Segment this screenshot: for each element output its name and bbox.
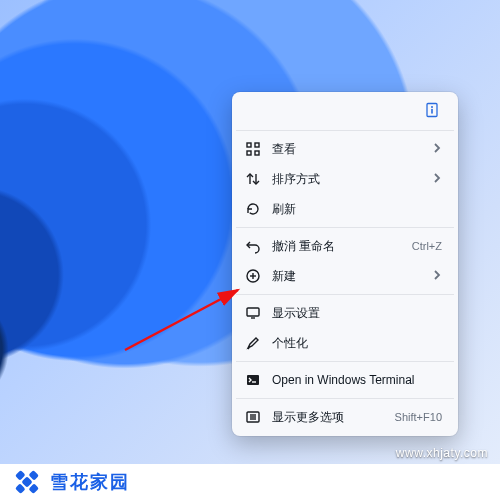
watermark-brand: 雪花家园	[50, 470, 130, 494]
chevron-right-icon	[432, 269, 442, 283]
menu-item-label: Open in Windows Terminal	[272, 373, 442, 387]
menu-item-label: 撤消 重命名	[272, 238, 402, 255]
watermark-bar: 雪花家园	[0, 464, 500, 500]
grid-icon	[244, 141, 262, 157]
svg-rect-5	[247, 151, 251, 155]
context-menu-toprow	[236, 96, 454, 127]
menu-item-personalize[interactable]: 个性化	[236, 328, 454, 358]
menu-item-show-more[interactable]: 显示更多选项 Shift+F10	[236, 402, 454, 432]
svg-rect-14	[247, 375, 259, 385]
menu-item-label: 排序方式	[272, 171, 422, 188]
desktop-wallpaper[interactable]: 查看 排序方式 刷新 撤消 重命名 Ctrl+Z 新建 显示设置	[0, 0, 500, 500]
desktop-context-menu: 查看 排序方式 刷新 撤消 重命名 Ctrl+Z 新建 显示设置	[232, 92, 458, 436]
terminal-icon	[244, 372, 262, 388]
menu-item-sort[interactable]: 排序方式	[236, 164, 454, 194]
separator	[236, 130, 454, 131]
svg-rect-4	[255, 143, 259, 147]
more-icon	[244, 409, 262, 425]
menu-item-undo-rename[interactable]: 撤消 重命名 Ctrl+Z	[236, 231, 454, 261]
menu-item-label: 刷新	[272, 201, 442, 218]
separator	[236, 294, 454, 295]
menu-item-display-settings[interactable]: 显示设置	[236, 298, 454, 328]
separator	[236, 227, 454, 228]
menu-item-label: 查看	[272, 141, 422, 158]
menu-item-new[interactable]: 新建	[236, 261, 454, 291]
separator	[236, 398, 454, 399]
menu-item-label: 个性化	[272, 335, 442, 352]
separator	[236, 361, 454, 362]
menu-item-open-terminal[interactable]: Open in Windows Terminal	[236, 365, 454, 395]
svg-rect-6	[255, 151, 259, 155]
new-icon	[244, 268, 262, 284]
chevron-right-icon	[432, 142, 442, 156]
svg-rect-12	[247, 308, 259, 316]
svg-rect-3	[247, 143, 251, 147]
sort-icon	[244, 171, 262, 187]
info-icon	[424, 102, 440, 121]
menu-item-accelerator: Shift+F10	[395, 411, 442, 423]
svg-line-20	[125, 290, 238, 350]
undo-icon	[244, 238, 262, 254]
menu-item-view[interactable]: 查看	[236, 134, 454, 164]
display-icon	[244, 305, 262, 321]
snowflake-logo-icon	[9, 464, 46, 500]
brush-icon	[244, 335, 262, 351]
chevron-right-icon	[432, 172, 442, 186]
watermark-url: www.xhjaty.com	[396, 446, 488, 460]
menu-item-label: 显示设置	[272, 305, 442, 322]
menu-item-refresh[interactable]: 刷新	[236, 194, 454, 224]
menu-item-label: 显示更多选项	[272, 409, 385, 426]
refresh-icon	[244, 201, 262, 217]
menu-item-accelerator: Ctrl+Z	[412, 240, 442, 252]
menu-item-label: 新建	[272, 268, 422, 285]
